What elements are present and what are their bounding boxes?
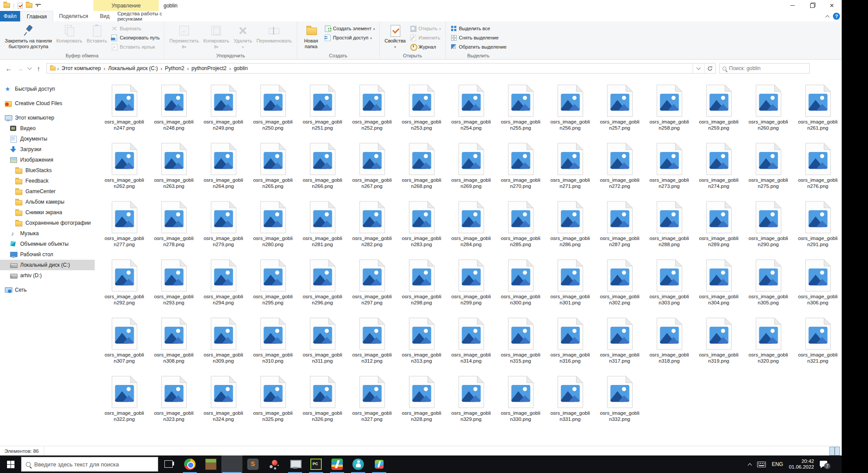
file-item[interactable]: osrs_image_goblin292.png xyxy=(100,258,149,316)
file-item[interactable]: osrs_image_goblin330.png xyxy=(496,374,545,433)
file-item[interactable]: osrs_image_goblin274.png xyxy=(694,141,743,200)
file-item[interactable]: osrs_image_goblin281.png xyxy=(298,200,347,258)
new-folder-button[interactable]: Новая папка xyxy=(300,23,323,51)
close-button[interactable] xyxy=(822,0,842,11)
file-item[interactable]: osrs_image_goblin279.png xyxy=(199,200,248,258)
file-item[interactable]: osrs_image_goblin332.png xyxy=(595,374,644,433)
sidebar-item[interactable]: Быстрый доступ xyxy=(0,84,95,94)
tab-picture-tools[interactable]: Средства работы с рисунками xyxy=(116,11,181,21)
breadcrumb-item[interactable]: Локальный диск (C:) xyxy=(105,65,160,71)
task-view-button[interactable] xyxy=(158,455,179,473)
file-item[interactable]: osrs_image_goblin269.png xyxy=(446,141,496,200)
search-input[interactable] xyxy=(729,65,807,71)
file-item[interactable]: osrs_image_goblin258.png xyxy=(644,83,694,141)
file-item[interactable]: osrs_image_goblin247.png xyxy=(100,83,149,141)
sidebar-item[interactable]: Объемные объекты xyxy=(0,239,95,249)
select-none-button[interactable]: Снять выделение xyxy=(448,33,509,42)
invert-selection-button[interactable]: Обратить выделение xyxy=(448,42,509,51)
sidebar-item[interactable]: arhiv (D:) xyxy=(0,270,95,281)
address-dropdown-icon[interactable] xyxy=(693,64,704,73)
sidebar-item[interactable]: Изображения xyxy=(0,155,95,165)
file-item[interactable]: osrs_image_goblin295.png xyxy=(248,258,298,316)
select-all-button[interactable]: Выделить все xyxy=(448,24,509,33)
file-item[interactable]: osrs_image_goblin291.png xyxy=(793,200,842,258)
file-item[interactable]: osrs_image_goblin328.png xyxy=(397,374,446,433)
file-item[interactable]: osrs_image_goblin311.png xyxy=(298,316,347,374)
file-explorer-button[interactable] xyxy=(221,455,242,473)
move-to-button[interactable]: Переместить в xyxy=(167,23,201,51)
file-item[interactable]: osrs_image_goblin302.png xyxy=(595,258,644,316)
sidebar-item[interactable]: Документы xyxy=(0,134,95,144)
file-item[interactable]: osrs_image_goblin260.png xyxy=(743,83,793,141)
file-item[interactable]: osrs_image_goblin309.png xyxy=(199,316,248,374)
file-item[interactable]: osrs_image_goblin278.png xyxy=(149,200,199,258)
file-item[interactable]: osrs_image_goblin280.png xyxy=(248,200,298,258)
file-item[interactable]: osrs_image_goblin261.png xyxy=(793,83,842,141)
search-box[interactable] xyxy=(719,63,810,74)
file-item[interactable]: osrs_image_goblin304.png xyxy=(694,258,743,316)
file-item[interactable]: osrs_image_goblin265.png xyxy=(248,141,298,200)
pycharm-button[interactable] xyxy=(306,455,327,473)
multi-instance-manager-button[interactable] xyxy=(327,455,348,473)
file-item[interactable]: osrs_image_goblin293.png xyxy=(149,258,199,316)
file-item[interactable]: osrs_image_goblin314.png xyxy=(446,316,496,374)
file-item[interactable]: osrs_image_goblin331.png xyxy=(545,374,595,433)
thumbnails-view-button[interactable] xyxy=(829,447,840,455)
file-item[interactable]: osrs_image_goblin313.png xyxy=(397,316,446,374)
paste-button[interactable]: Вставить xyxy=(85,23,110,45)
manage-context-tab[interactable]: Управление xyxy=(93,0,159,11)
ribbon-tab[interactable]: Вид xyxy=(94,11,115,21)
file-item[interactable]: osrs_image_goblin285.png xyxy=(496,200,545,258)
sidebar-item[interactable]: Feedback xyxy=(0,176,95,186)
paste-shortcut-button[interactable]: Вставить ярлык xyxy=(109,42,161,51)
file-item[interactable]: osrs_image_goblin307.png xyxy=(100,316,149,374)
recent-locations-icon[interactable] xyxy=(26,63,32,74)
file-item[interactable]: osrs_image_goblin327.png xyxy=(347,374,397,433)
details-view-button[interactable] xyxy=(817,447,828,455)
new-folder-icon[interactable] xyxy=(26,3,32,8)
teamviewer-button[interactable] xyxy=(348,455,369,473)
copy-to-button[interactable]: Копировать в xyxy=(201,23,231,51)
breadcrumb-item[interactable]: goblin xyxy=(231,65,250,71)
delete-button[interactable]: Удалить xyxy=(231,23,254,51)
easy-access-button[interactable]: Простой доступ xyxy=(323,33,377,42)
sidebar-item[interactable]: Видео xyxy=(0,123,95,134)
file-item[interactable]: osrs_image_goblin275.png xyxy=(743,141,793,200)
molecule-viewer-button[interactable] xyxy=(263,455,285,473)
pin-to-quick-access-button[interactable]: Закрепить на панели быстрого доступа xyxy=(3,23,54,51)
sidebar-item[interactable]: Сохраненные фотографии xyxy=(0,218,95,228)
file-item[interactable]: osrs_image_goblin329.png xyxy=(446,374,496,433)
file-item[interactable]: osrs_image_goblin255.png xyxy=(496,83,545,141)
forward-button[interactable] xyxy=(15,63,25,74)
help-icon[interactable] xyxy=(833,13,840,20)
copy-button[interactable]: Копировать xyxy=(54,23,84,45)
file-item[interactable]: osrs_image_goblin268.png xyxy=(397,141,446,200)
touch-keyboard-icon[interactable] xyxy=(757,462,766,467)
edit-button[interactable]: Изменить xyxy=(408,33,443,42)
file-item[interactable]: osrs_image_goblin301.png xyxy=(545,258,595,316)
cut-button[interactable]: Вырезать xyxy=(109,24,161,33)
sidebar-item[interactable]: Сеть xyxy=(0,285,95,295)
file-item[interactable]: osrs_image_goblin323.png xyxy=(149,374,199,433)
file-item[interactable]: osrs_image_goblin312.png xyxy=(347,316,397,374)
minecraft-button[interactable] xyxy=(200,455,221,473)
file-item[interactable]: osrs_image_goblin322.png xyxy=(100,374,149,433)
file-item[interactable]: osrs_image_goblin315.png xyxy=(496,316,545,374)
sidebar-item[interactable]: Рабочий стол xyxy=(0,249,95,260)
file-item[interactable]: osrs_image_goblin287.png xyxy=(595,200,644,258)
tab-file[interactable]: Файл xyxy=(0,11,20,21)
properties-button[interactable]: Свойства xyxy=(382,23,408,51)
file-item[interactable]: osrs_image_goblin306.png xyxy=(793,258,842,316)
sidebar-item[interactable]: Загрузки xyxy=(0,144,95,155)
collapse-ribbon-icon[interactable] xyxy=(825,15,830,19)
file-item[interactable]: osrs_image_goblin248.png xyxy=(149,83,199,141)
chrome-button[interactable] xyxy=(179,455,200,473)
file-item[interactable]: osrs_image_goblin257.png xyxy=(595,83,644,141)
sublime-text-button[interactable] xyxy=(242,455,263,473)
file-item[interactable]: osrs_image_goblin318.png xyxy=(644,316,694,374)
sidebar-item[interactable]: BlueStacks xyxy=(0,165,95,176)
clock[interactable]: 20:42 01.06.2022 xyxy=(789,459,814,470)
file-item[interactable]: osrs_image_goblin273.png xyxy=(644,141,694,200)
taskbar-search-box[interactable] xyxy=(21,457,158,472)
restore-button[interactable] xyxy=(802,0,822,11)
